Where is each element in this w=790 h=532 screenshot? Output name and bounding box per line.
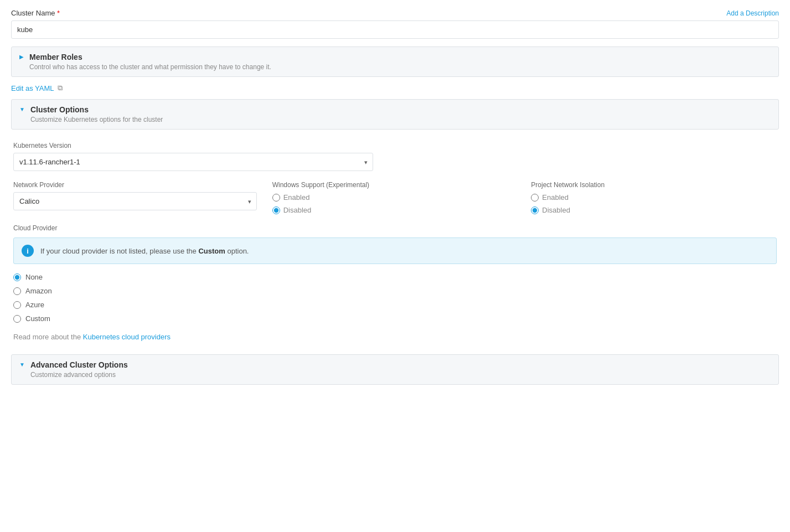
- copy-icon[interactable]: ⧉: [58, 84, 63, 92]
- project-network-isolation-label: Project Network Isolation: [531, 181, 777, 189]
- advanced-cluster-options-description: Customize advanced options: [30, 371, 128, 379]
- cloud-provider-custom-radio[interactable]: [13, 315, 21, 323]
- network-provider-group: Network Provider Calico Flannel Canal We…: [13, 181, 259, 214]
- windows-support-radio-group: Enabled Disabled: [272, 193, 518, 214]
- advanced-cluster-options-title: Advanced Cluster Options: [30, 360, 128, 369]
- required-marker: *: [57, 9, 60, 17]
- member-roles-section-header[interactable]: ▶ Member Roles Control who has access to…: [11, 47, 779, 77]
- cloud-provider-azure-radio[interactable]: [13, 301, 21, 309]
- cluster-options-section-header[interactable]: ▼ Cluster Options Customize Kubernetes o…: [11, 99, 779, 130]
- project-network-disabled-radio[interactable]: [531, 206, 539, 214]
- kubernetes-version-select-wrapper: v1.11.6-rancher1-1 v1.11.5-rancher1-1 v1…: [13, 153, 373, 171]
- windows-support-group: Windows Support (Experimental) Enabled D…: [272, 181, 518, 214]
- member-roles-chevron: ▶: [19, 54, 24, 60]
- cloud-provider-none-radio[interactable]: [13, 273, 21, 281]
- cloud-provider-custom-label: Custom: [25, 314, 50, 323]
- kubernetes-version-label: Kubernetes Version: [13, 142, 777, 149]
- project-network-enabled-option[interactable]: Enabled: [531, 193, 777, 202]
- member-roles-description: Control who has access to the cluster an…: [29, 63, 271, 71]
- project-network-disabled-option[interactable]: Disabled: [531, 206, 777, 214]
- cloud-provider-amazon-label: Amazon: [25, 287, 52, 295]
- cloud-provider-azure-label: Azure: [25, 301, 44, 309]
- info-icon: i: [22, 245, 34, 257]
- cluster-options-chevron: ▼: [19, 106, 25, 112]
- cloud-provider-label: Cloud Provider: [13, 224, 777, 232]
- windows-support-enabled-label: Enabled: [283, 193, 310, 202]
- read-more-row: Read more about the Kubernetes cloud pro…: [13, 333, 777, 341]
- member-roles-title: Member Roles: [29, 53, 271, 61]
- cloud-provider-info-text: If your cloud provider is not listed, pl…: [40, 247, 249, 255]
- cloud-provider-none-option[interactable]: None: [13, 273, 777, 281]
- cloud-provider-info-box: i If your cloud provider is not listed, …: [13, 237, 777, 264]
- cluster-options-description: Customize Kubernetes options for the clu…: [30, 116, 163, 123]
- project-network-isolation-group: Project Network Isolation Enabled Disabl…: [531, 181, 777, 214]
- network-options-row: Network Provider Calico Flannel Canal We…: [13, 181, 777, 214]
- windows-support-enabled-radio[interactable]: [272, 194, 280, 202]
- add-description-link[interactable]: Add a Description: [726, 9, 779, 17]
- kubernetes-version-select[interactable]: v1.11.6-rancher1-1 v1.11.5-rancher1-1 v1…: [13, 153, 373, 171]
- windows-support-label: Windows Support (Experimental): [272, 181, 518, 189]
- cloud-provider-none-label: None: [25, 273, 43, 281]
- network-provider-select-wrapper: Calico Flannel Canal Weave ▾: [13, 192, 257, 210]
- kubernetes-cloud-providers-link[interactable]: Kubernetes cloud providers: [83, 333, 171, 341]
- cluster-options-title: Cluster Options: [30, 105, 163, 114]
- cloud-provider-amazon-radio[interactable]: [13, 287, 21, 295]
- cluster-name-label: Cluster Name *: [11, 9, 60, 17]
- windows-support-disabled-radio[interactable]: [272, 206, 280, 214]
- advanced-cluster-options-section-header[interactable]: ▼ Advanced Cluster Options Customize adv…: [11, 354, 779, 385]
- project-network-enabled-radio[interactable]: [531, 194, 539, 202]
- cloud-provider-amazon-option[interactable]: Amazon: [13, 287, 777, 295]
- cloud-provider-azure-option[interactable]: Azure: [13, 301, 777, 309]
- cloud-provider-radio-list: None Amazon Azure Custom: [13, 273, 777, 323]
- cloud-provider-custom-option[interactable]: Custom: [13, 314, 777, 323]
- project-network-isolation-radio-group: Enabled Disabled: [531, 193, 777, 214]
- cluster-options-content: Kubernetes Version v1.11.6-rancher1-1 v1…: [11, 133, 779, 350]
- project-network-enabled-label: Enabled: [542, 193, 569, 202]
- windows-support-disabled-label: Disabled: [283, 206, 312, 214]
- project-network-disabled-label: Disabled: [542, 206, 570, 214]
- network-provider-label: Network Provider: [13, 181, 259, 189]
- cluster-name-input[interactable]: [11, 20, 779, 39]
- cloud-provider-section: Cloud Provider i If your cloud provider …: [13, 224, 777, 341]
- kubernetes-version-group: Kubernetes Version v1.11.6-rancher1-1 v1…: [13, 142, 777, 171]
- network-provider-select[interactable]: Calico Flannel Canal Weave: [13, 192, 257, 210]
- windows-support-enabled-option[interactable]: Enabled: [272, 193, 518, 202]
- windows-support-disabled-option[interactable]: Disabled: [272, 206, 518, 214]
- advanced-cluster-options-chevron: ▼: [19, 361, 25, 368]
- edit-yaml-link[interactable]: Edit as YAML: [11, 84, 54, 92]
